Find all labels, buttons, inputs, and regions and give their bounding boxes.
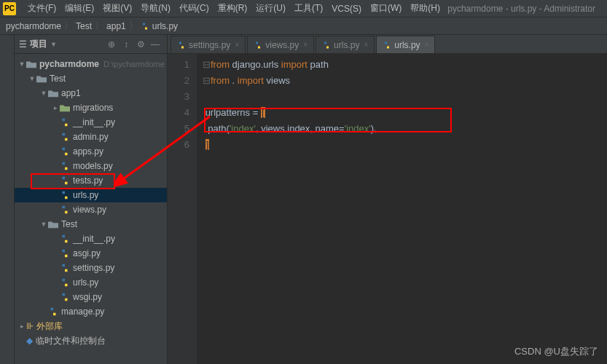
tab-views[interactable]: views.py× [247,36,314,53]
tab-urls-2-active[interactable]: urls.py× [376,36,435,53]
crumb-app1[interactable]: app1 [106,21,126,31]
line-gutter: 123456 [168,54,197,364]
pane-title: 项目 [30,38,47,50]
left-gutter [0,35,15,364]
hide-icon[interactable]: — [148,37,162,52]
crumb-sep: 〉 [95,20,103,32]
tab-settings[interactable]: settings.py× [171,36,246,53]
select-opened-icon[interactable]: ⊕ [104,37,119,52]
close-icon[interactable]: × [235,41,239,49]
breadcrumb: pycharmdome 〉 Test 〉 app1 〉 urls.py [0,17,607,35]
crumb-test[interactable]: Test [76,21,92,31]
menu-run[interactable]: 运行(U) [251,2,290,15]
close-icon[interactable]: × [303,41,308,49]
menu-edit[interactable]: 编辑(E) [60,2,98,15]
tree-file2-urls[interactable]: urls.py [15,275,167,290]
tree-file2-settings[interactable]: settings.py [15,261,167,275]
crumb-root[interactable]: pycharmdome [6,21,61,31]
tree-file-apps[interactable]: apps.py [15,144,167,159]
tree-manage[interactable]: manage.py [15,304,167,319]
tree-file-models[interactable]: models.py [15,159,167,173]
menu-tools[interactable]: 工具(T) [290,2,327,15]
menu-code[interactable]: 代码(C) [175,2,214,15]
tree-test-folder[interactable]: ▼Test [15,71,167,86]
tree-file2-init[interactable]: __init__.py [15,232,167,246]
watermark: CSDN @U盘失踪了 [514,345,598,358]
menu-view[interactable]: 视图(V) [98,2,136,15]
gear-icon[interactable]: ⚙ [133,37,148,52]
project-pane: ☰ 项目 ▼ ⊕ ↕ ⚙ — ▼pycharmdomeD:\pycharmdom… [15,35,168,364]
project-tree[interactable]: ▼pycharmdomeD:\pycharmdome ▼Test ▼app1 ▸… [15,54,167,364]
editor-tabs: settings.py× views.py× urls.py× urls.py× [168,35,607,54]
code-area[interactable]: 123456 ⊟from django.urls import path ⊟fr… [168,54,607,364]
dropdown-icon[interactable]: ▼ [50,41,57,48]
menu-refactor[interactable]: 重构(R) [214,2,252,15]
tree-file2-asgi[interactable]: asgi.py [15,246,167,261]
project-icon: ☰ [19,39,27,50]
crumb-file[interactable]: urls.py [152,21,178,31]
crumb-sep: 〉 [64,20,73,32]
menu-navigate[interactable]: 导航(N) [136,2,175,15]
tree-file2-wsgi[interactable]: wsgi.py [15,290,167,304]
tree-file-init[interactable]: __init__.py [15,115,167,130]
tree-root[interactable]: ▼pycharmdomeD:\pycharmdome [15,57,167,71]
close-icon[interactable]: × [425,41,429,49]
menu-file[interactable]: 文件(F) [23,2,60,15]
window-title: pycharmdome - urls.py - Administrator [447,4,604,14]
tab-urls-1[interactable]: urls.py× [316,36,375,53]
code-content[interactable]: ⊟from django.urls import path ⊟from . im… [197,54,607,364]
pycharm-icon: PC [3,2,16,15]
close-icon[interactable]: × [364,41,368,49]
external-libraries[interactable]: ▸⊪外部库 [15,319,167,333]
expand-icon[interactable]: ↕ [119,37,133,52]
menu-help[interactable]: 帮助(H) [406,2,445,15]
titlebar: PC 文件(F) 编辑(E) 视图(V) 导航(N) 代码(C) 重构(R) 运… [0,0,607,17]
tree-migrations[interactable]: ▸migrations [15,100,167,115]
tree-file-urls-selected[interactable]: urls.py [15,188,167,202]
tree-test2-folder[interactable]: ▼Test [15,217,167,232]
crumb-sep: 〉 [129,20,138,32]
tree-file-views[interactable]: views.py [15,202,167,217]
tree-file-tests[interactable]: tests.py [15,173,167,188]
menu-window[interactable]: 窗口(W) [366,2,406,15]
pane-header: ☰ 项目 ▼ ⊕ ↕ ⚙ — [15,35,167,54]
menu-vcs[interactable]: VCS(S) [327,4,366,14]
tree-file-admin[interactable]: admin.py [15,130,167,144]
scratches[interactable]: ◆临时文件和控制台 [15,333,167,348]
editor: settings.py× views.py× urls.py× urls.py×… [168,35,607,364]
tree-app1-folder[interactable]: ▼app1 [15,86,167,100]
